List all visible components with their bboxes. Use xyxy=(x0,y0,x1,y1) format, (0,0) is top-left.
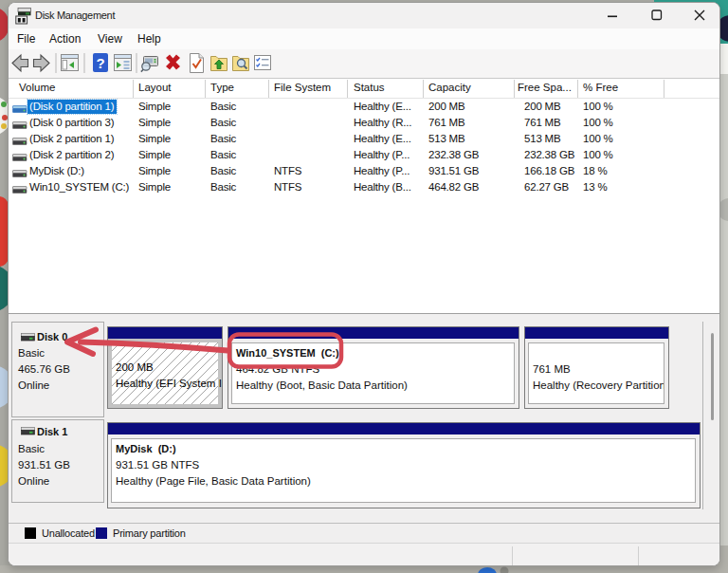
svg-text:?: ? xyxy=(96,55,104,71)
